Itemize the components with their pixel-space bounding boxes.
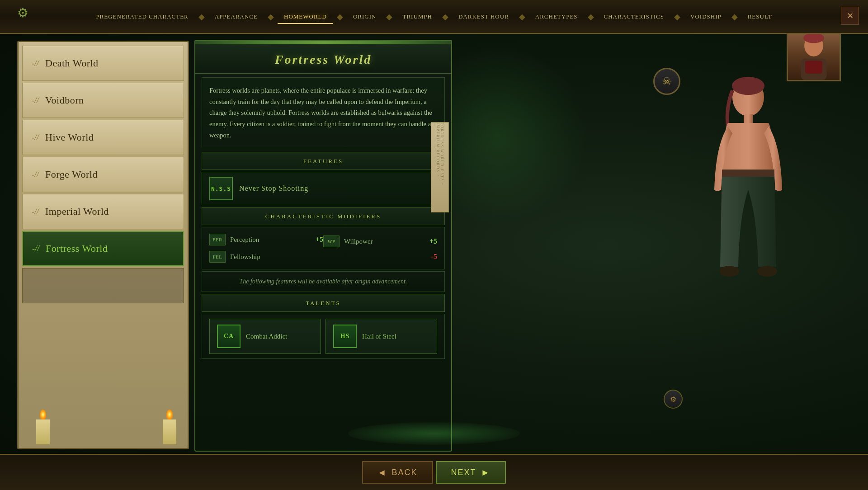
talent-combat-addict: CA Combat Addict [209, 319, 321, 354]
svg-point-2 [803, 33, 824, 43]
nav-sep-8: ◆ [674, 12, 680, 22]
char-badge-per: PER [209, 234, 226, 245]
world-item-voidborn[interactable]: -// Voidborn [22, 83, 184, 118]
char-grid: PER Perception +5 WP Willpower +5 [209, 234, 437, 249]
char-value-perception: +5 [305, 236, 323, 244]
talent-name-ca: Combat Addict [246, 333, 287, 340]
nav-icon-left: ⚙ [17, 5, 28, 20]
world-item-forge-world[interactable]: -// Forge World [22, 157, 184, 192]
feature-badge-nss: N.S.S [209, 177, 233, 200]
nav-item-homeworld[interactable]: Homeworld [278, 10, 333, 23]
nav-item-triumph[interactable]: Triumph [396, 10, 439, 23]
char-badge-per-text: PER [212, 237, 222, 242]
features-header: Features [202, 152, 445, 170]
back-label: Back [392, 468, 417, 477]
char-modifiers-header: Characteristic Modifiers [202, 207, 445, 225]
talent-badge-hs: HS [333, 325, 357, 348]
char-value-willpower: +5 [419, 237, 437, 245]
talents-header: Talents [202, 294, 445, 312]
next-arrow-icon: ► [481, 467, 491, 478]
char-modifiers-section: PER Perception +5 WP Willpower +5 FEL [202, 227, 445, 269]
world-marker-forge: -// [32, 170, 39, 179]
char-badge-wp: WP [323, 236, 340, 247]
candle-body-left [36, 419, 50, 444]
svg-rect-7 [744, 114, 753, 124]
character-figure-area [665, 63, 832, 344]
talent-badge-hs-text: HS [340, 333, 350, 340]
candle-flame-right [166, 410, 173, 419]
nav-sep-2: ◆ [268, 12, 274, 22]
nav-item-result[interactable]: Result [741, 10, 778, 23]
nav-sep-3: ◆ [337, 12, 343, 22]
wh-badge-bottom: ⚙ [664, 390, 683, 409]
char-row-perception: PER Perception +5 [209, 234, 323, 245]
scroll-text: FORTRESS WORLD DATA • IMPERIUM RECORDS • [436, 122, 444, 212]
char-value-fellowship: -5 [419, 253, 437, 261]
close-button[interactable]: ✕ [841, 7, 859, 25]
feature-badge-nss-text: N.S.S [211, 185, 231, 192]
nav-item-archetypes[interactable]: Archetypes [529, 10, 584, 23]
description-section: Fortress worlds are planets, where the e… [202, 77, 445, 148]
back-arrow-icon: ◄ [377, 467, 387, 478]
nav-sep-4: ◆ [386, 12, 392, 22]
char-name-willpower: Willpower [344, 238, 415, 245]
bottom-navigation: ◄ Back Next ► [0, 454, 868, 490]
world-marker-imperial: -// [32, 207, 39, 217]
nav-item-origin[interactable]: Origin [347, 10, 383, 23]
nav-sep-6: ◆ [519, 12, 525, 22]
world-list-inner: -// Death World -// Voidborn -// Hive Wo… [19, 42, 188, 448]
world-label-fortress: Fortress World [46, 243, 108, 254]
nav-item-darkest-hour[interactable]: Darkest Hour [452, 10, 515, 23]
main-panel-title: Fortress World [204, 52, 442, 67]
world-label-hive: Hive World [45, 132, 94, 143]
char-name-perception: Perception [230, 236, 301, 244]
panel-top-border [195, 41, 451, 44]
main-content-panel: Fortress World Fortress worlds are plane… [194, 40, 452, 452]
nav-item-appearance[interactable]: Appearance [208, 10, 264, 23]
world-marker-fortress: -// [32, 244, 39, 254]
world-item-death-world[interactable]: -// Death World [22, 46, 184, 81]
svg-point-10 [757, 266, 777, 277]
world-marker-voidborn: -// [32, 96, 39, 105]
candle-body-right [163, 419, 176, 444]
talent-badge-ca: CA [217, 325, 241, 348]
nav-sep-5: ◆ [442, 12, 448, 22]
nav-sep-9: ◆ [731, 12, 738, 22]
origin-note-text: The following features will be available… [209, 278, 437, 285]
world-label-voidborn: Voidborn [45, 94, 84, 106]
talents-section: CA Combat Addict HS Hail of Steel [202, 314, 445, 359]
nav-sep-7: ◆ [588, 12, 594, 22]
svg-rect-8 [722, 170, 774, 177]
panel-scroll-area[interactable]: Fortress worlds are planets, where the e… [195, 74, 451, 452]
origin-note-section: The following features will be available… [202, 271, 445, 292]
candle-right [154, 419, 185, 455]
next-button[interactable]: Next ► [436, 461, 506, 484]
nav-item-characteristics[interactable]: Characteristics [598, 10, 670, 23]
world-list-panel: -// Death World -// Voidborn -// Hive Wo… [17, 41, 189, 449]
feature-nss: N.S.S Never Stop Shooting [202, 172, 445, 205]
world-label-imperial: Imperial World [45, 206, 109, 217]
world-item-hive-world[interactable]: -// Hive World [22, 120, 184, 155]
world-item-fortress-world[interactable]: -// Fortress World [22, 231, 184, 266]
svg-point-9 [719, 266, 739, 277]
feature-name-nss: Never Stop Shooting [239, 184, 308, 193]
talent-name-hs: Hail of Steel [362, 333, 396, 340]
world-item-imperial-world[interactable]: -// Imperial World [22, 194, 184, 229]
candle-left [27, 419, 59, 455]
char-badge-fel-text: FEL [213, 254, 222, 259]
panel-side-scroll: FORTRESS WORLD DATA • IMPERIUM RECORDS • [431, 122, 449, 212]
nav-item-pregenerated[interactable]: Pregenerated character [90, 10, 194, 23]
world-label-death: Death World [45, 57, 99, 69]
panel-header: Fortress World [195, 44, 451, 74]
char-row-willpower: WP Willpower +5 [323, 234, 437, 249]
nav-item-voidship[interactable]: Voidship [684, 10, 728, 23]
char-badge-wp-text: WP [327, 239, 335, 244]
talent-badge-ca-text: CA [224, 333, 234, 340]
description-text: Fortress worlds are planets, where the e… [209, 85, 437, 141]
char-badge-fel: FEL [209, 251, 226, 263]
character-svg [698, 72, 798, 335]
char-modifiers-title: Characteristic Modifiers [265, 213, 382, 220]
features-title: Features [303, 158, 343, 165]
top-navigation: ⚙ Pregenerated character ◆ Appearance ◆ … [0, 0, 868, 34]
back-button[interactable]: ◄ Back [362, 461, 433, 484]
